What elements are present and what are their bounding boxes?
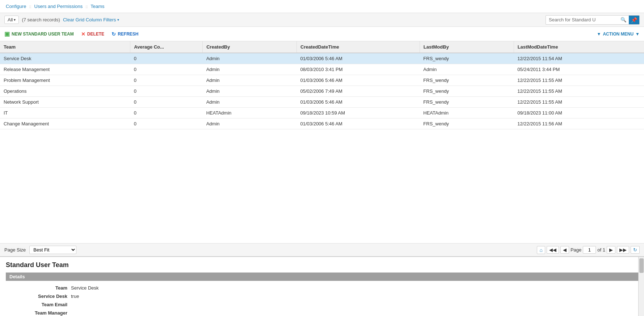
cell-avgco-5: 0 — [130, 108, 203, 118]
pin-button[interactable]: 📌 — [629, 16, 639, 24]
action-menu-chevron-icon: ▼ — [635, 32, 640, 37]
table-row[interactable]: Change Management0Admin01/03/2006 5:46 A… — [0, 118, 644, 129]
cell-lastmodby-0: FRS_wendy — [420, 53, 514, 64]
refresh-icon: ↻ — [111, 31, 116, 37]
page-number-input[interactable] — [583, 246, 596, 254]
clear-filters-label: Clear Grid Column Filters — [63, 17, 116, 22]
table-row[interactable]: Operations0Admin05/02/2006 7:49 AMFRS_we… — [0, 86, 644, 97]
scrollbar-thumb — [639, 258, 644, 273]
cell-team-1: Release Management — [0, 64, 130, 75]
delete-icon: ✕ — [81, 31, 85, 37]
detail-panel: Standard User Team Details TeamService D… — [0, 256, 644, 316]
action-menu-label: ACTION MENU — [603, 32, 634, 37]
col-header-createddatetime[interactable]: CreatedDateTime — [297, 41, 420, 53]
refresh-button[interactable]: ↻ REFRESH — [111, 31, 138, 37]
detail-scrollbar[interactable] — [638, 257, 644, 316]
top-nav: Configure :: Users and Permissions :: Te… — [0, 0, 644, 13]
page-size-select[interactable]: Best Fit 10 25 50 100 — [29, 246, 76, 254]
pagination-controls: ⌂ ◀◀ ◀ Page of 1 ▶ ▶▶ ↻ — [537, 246, 640, 254]
detail-label-2: Team Email — [6, 300, 71, 309]
delete-button[interactable]: ✕ DELETE — [81, 31, 104, 37]
cell-lastmoddatetime-3: 12/22/2015 11:55 AM — [514, 86, 644, 97]
action-menu-button[interactable]: ▼ ACTION MENU ▼ — [597, 32, 640, 37]
new-icon: ▣ — [4, 30, 10, 37]
table-row[interactable]: Release Management0Admin08/03/2010 3:41 … — [0, 64, 644, 75]
grid-area: Team Average Co... CreatedBy CreatedDate… — [0, 41, 644, 256]
new-standard-user-team-button[interactable]: ▣ NEW STANDARD USER TEAM — [4, 30, 74, 37]
refresh-button-label: REFRESH — [118, 32, 138, 37]
table-row[interactable]: Problem Management0Admin01/03/2006 5:46 … — [0, 75, 644, 86]
col-header-team[interactable]: Team — [0, 41, 130, 53]
cell-createdby-6: Admin — [203, 118, 297, 129]
cell-createdby-4: Admin — [203, 97, 297, 108]
cell-createdby-1: Admin — [203, 64, 297, 75]
grid-footer: Page Size Best Fit 10 25 50 100 ⌂ ◀◀ ◀ P… — [0, 243, 644, 256]
cell-createddatetime-0: 01/03/2006 5:46 AM — [297, 53, 420, 64]
table-row[interactable]: Network Support0Admin01/03/2006 5:46 AMF… — [0, 97, 644, 108]
cell-createdby-0: Admin — [203, 53, 297, 64]
page-size-label: Page Size — [4, 247, 26, 253]
filter-all-chevron-icon: ▾ — [14, 18, 16, 22]
search-input[interactable] — [546, 16, 618, 24]
cell-lastmodby-1: Admin — [420, 64, 514, 75]
detail-section-header: Details — [6, 273, 638, 281]
detail-title: Standard User Team — [6, 261, 638, 269]
col-header-avgco[interactable]: Average Co... — [130, 41, 203, 53]
detail-label-1: Service Desk — [6, 292, 71, 300]
cell-createddatetime-3: 05/02/2006 7:49 AM — [297, 86, 420, 97]
pagination-first-button[interactable]: ◀◀ — [547, 246, 559, 254]
page-label: Page — [571, 247, 581, 253]
cell-team-5: IT — [0, 108, 130, 118]
cell-lastmoddatetime-2: 12/22/2015 11:55 AM — [514, 75, 644, 86]
action-menu-down-icon: ▼ — [597, 32, 601, 37]
cell-team-3: Operations — [0, 86, 130, 97]
cell-team-0: Service Desk — [0, 53, 130, 64]
cell-createdby-3: Admin — [203, 86, 297, 97]
detail-row-3: Team Manager — [6, 309, 638, 316]
filter-all-label: All — [8, 17, 13, 22]
detail-fields: TeamService DeskService DesktrueTeam Ema… — [6, 284, 638, 316]
detail-label-3: Team Manager — [6, 309, 71, 316]
detail-row-0: TeamService Desk — [6, 284, 638, 292]
pin-icon: 📌 — [631, 17, 637, 23]
nav-users-permissions[interactable]: Users and Permissions — [34, 4, 83, 9]
nav-sep-2: :: — [85, 4, 88, 9]
detail-value-3 — [71, 309, 638, 316]
pagination-refresh-button[interactable]: ↻ — [631, 246, 640, 254]
col-header-lastmodby[interactable]: LastModBy — [420, 41, 514, 53]
search-records-count: (7 search records) — [22, 17, 60, 22]
nav-configure[interactable]: Configure — [6, 4, 26, 9]
of-label: of 1 — [597, 247, 605, 253]
pagination-next-button[interactable]: ▶ — [607, 246, 615, 254]
new-button-label: NEW STANDARD USER TEAM — [12, 32, 74, 37]
cell-createddatetime-1: 08/03/2010 3:41 PM — [297, 64, 420, 75]
clear-filters-button[interactable]: Clear Grid Column Filters ▾ — [63, 17, 119, 22]
cell-avgco-1: 0 — [130, 64, 203, 75]
grid-scroll[interactable]: Team Average Co... CreatedBy CreatedDate… — [0, 41, 644, 243]
clear-filters-chevron-icon: ▾ — [117, 18, 119, 22]
table-row[interactable]: Service Desk0Admin01/03/2006 5:46 AMFRS_… — [0, 53, 644, 64]
col-header-lastmoddatetime[interactable]: LastModDateTime — [514, 41, 644, 53]
cell-createdby-5: HEATAdmin — [203, 108, 297, 118]
col-header-createdby[interactable]: CreatedBy — [203, 41, 297, 53]
pagination-last-button[interactable]: ▶▶ — [617, 246, 629, 254]
pagination-prev-button[interactable]: ◀ — [560, 246, 569, 254]
nav-sep-1: :: — [29, 4, 31, 9]
filter-all-button[interactable]: All ▾ — [4, 16, 19, 24]
table-header: Team Average Co... CreatedBy CreatedDate… — [0, 41, 644, 53]
detail-row-1: Service Desktrue — [6, 292, 638, 300]
nav-teams[interactable]: Teams — [91, 4, 104, 9]
cell-avgco-2: 0 — [130, 75, 203, 86]
cell-createddatetime-5: 09/18/2023 10:59 AM — [297, 108, 420, 118]
cell-avgco-4: 0 — [130, 97, 203, 108]
search-icon-button[interactable]: 🔍 — [618, 16, 629, 24]
detail-value-2 — [71, 300, 638, 309]
table-row[interactable]: IT0HEATAdmin09/18/2023 10:59 AMHEATAdmin… — [0, 108, 644, 118]
search-box-container: 🔍 📌 — [546, 15, 640, 25]
cell-lastmodby-2: FRS_wendy — [420, 75, 514, 86]
pagination-home-button[interactable]: ⌂ — [537, 246, 545, 254]
cell-createddatetime-2: 01/03/2006 5:46 AM — [297, 75, 420, 86]
delete-button-label: DELETE — [87, 32, 104, 37]
table-body: Service Desk0Admin01/03/2006 5:46 AMFRS_… — [0, 53, 644, 129]
cell-lastmodby-4: FRS_wendy — [420, 97, 514, 108]
